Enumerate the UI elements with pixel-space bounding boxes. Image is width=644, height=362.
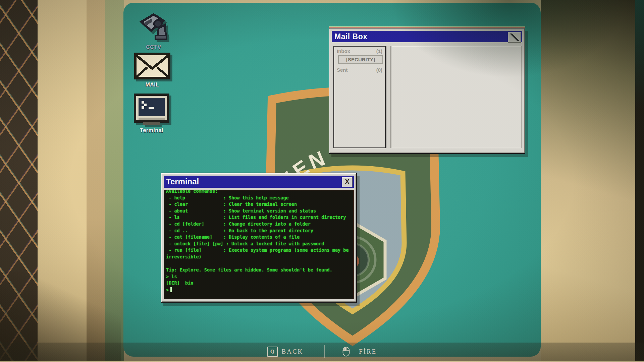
icon-label: MAIL <box>145 82 159 88</box>
room-dark-edge <box>635 0 644 362</box>
terminal-window: Terminal X Available commands: - help : … <box>161 173 357 303</box>
desk-edge <box>0 361 644 362</box>
folder-row-inbox[interactable]: Inbox (1) <box>334 47 385 55</box>
icon-label: Terminal <box>140 127 163 133</box>
desktop-icon-cctv[interactable]: CCTV <box>130 11 177 50</box>
folder-name: Inbox <box>337 48 350 54</box>
back-hint-label: BACK <box>282 348 304 355</box>
folder-row-sent[interactable]: Sent (0) <box>334 65 385 73</box>
mailbox-close-button[interactable] <box>508 32 521 43</box>
terminal-prompt-line[interactable]: > <box>166 287 352 293</box>
mailbox-window: Mail Box Inbox (1) [SECURITY] Sent (0) <box>329 28 525 154</box>
terminal-close-button[interactable]: X <box>342 177 353 187</box>
terminal-monitor-icon <box>133 93 170 125</box>
monitor-bezel-right <box>541 0 635 362</box>
pane-divider <box>386 46 391 148</box>
hud-back-hint: Q BACK <box>267 347 304 357</box>
desktop-icon-terminal[interactable]: Terminal <box>128 93 175 133</box>
close-x-icon: X <box>345 178 350 185</box>
mailbox-title: Mail Box <box>334 32 368 41</box>
mouse-icon <box>342 346 350 357</box>
desktop-icon-mail[interactable]: MAIL <box>129 52 176 88</box>
terminal-title: Terminal <box>166 177 199 186</box>
q-keycap-icon: Q <box>267 347 278 357</box>
fire-hint-label: FİRE <box>359 348 377 355</box>
hud-divider <box>324 345 325 358</box>
game-viewport: RAVEN CCTV MAIL <box>0 0 644 362</box>
folder-count: (0) <box>376 67 382 73</box>
mail-folder-pane: Inbox (1) [SECURITY] Sent (0) <box>333 46 386 148</box>
icon-label: CCTV <box>146 44 161 50</box>
key-letter: Q <box>270 349 274 355</box>
crt-screen: RAVEN CCTV MAIL <box>123 3 541 357</box>
cctv-camera-icon <box>138 11 170 42</box>
mail-envelope-icon <box>134 52 171 80</box>
chromatic-fringe <box>329 26 525 28</box>
mailbox-titlebar[interactable]: Mail Box <box>332 31 522 42</box>
text-cursor <box>170 287 172 292</box>
terminal-output-area[interactable]: Available commands: - help : Show this h… <box>164 190 354 299</box>
hud-hint-bar: Q BACK FİRE <box>0 343 644 361</box>
hud-fire-hint: FİRE <box>342 346 377 357</box>
mailbox-body: Inbox (1) [SECURITY] Sent (0) <box>332 45 522 150</box>
folder-count: (1) <box>376 48 382 54</box>
terminal-output: Available commands: - help : Show this h… <box>166 190 352 287</box>
folder-name: Sent <box>337 67 348 73</box>
mail-reading-pane <box>391 46 522 148</box>
mail-item-security[interactable]: [SECURITY] <box>338 55 383 64</box>
terminal-titlebar[interactable]: Terminal X <box>164 176 354 188</box>
prompt-symbol: > <box>166 287 169 293</box>
diagonal-icon <box>509 34 520 41</box>
